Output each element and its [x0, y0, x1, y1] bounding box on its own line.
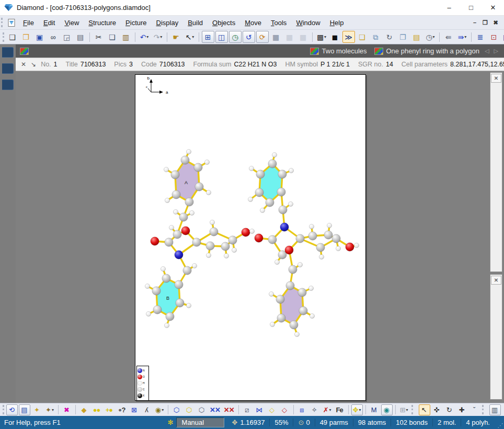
- more-tools-button[interactable]: ˇ: [502, 404, 504, 415]
- transfer-in-button[interactable]: ⇚: [442, 31, 455, 43]
- orientation-button[interactable]: ✧: [309, 404, 320, 415]
- structure-picture[interactable]: b a c: [135, 75, 365, 400]
- full-screen-button[interactable]: ◼: [329, 31, 341, 43]
- print-preview-button[interactable]: ◲: [61, 31, 73, 43]
- viewing-direction-button[interactable]: ✥▾: [351, 404, 363, 415]
- undo-pane-button[interactable]: ↺: [243, 31, 255, 43]
- save-document-button[interactable]: ▣: [33, 31, 46, 43]
- find-polygons-yellow-button[interactable]: ⬡: [184, 404, 195, 415]
- find-button[interactable]: ∞: [47, 31, 60, 43]
- connect-atoms-button[interactable]: ⊠: [129, 404, 140, 415]
- polyhedra-options-button[interactable]: ⬡: [196, 404, 208, 415]
- history-pane-button[interactable]: ◷: [229, 31, 242, 43]
- data-sheet-button[interactable]: ⊡: [488, 31, 500, 43]
- add-atom-button[interactable]: +●: [104, 404, 115, 415]
- mdi-minimize-button[interactable]: –: [469, 19, 480, 26]
- update-structure-button[interactable]: ⟲: [6, 404, 18, 415]
- copy-picture-button[interactable]: ⧉: [370, 31, 382, 43]
- sidebar-tab-more-pictures[interactable]: [2, 80, 14, 90]
- more-modes-button[interactable]: ˇ: [469, 404, 480, 415]
- menu-file[interactable]: File: [18, 17, 39, 28]
- print-button[interactable]: ▤: [74, 31, 87, 43]
- sidebar-tab-recent-pictures[interactable]: [2, 47, 14, 58]
- destroy-all-polyhedra-button[interactable]: ✕✕: [223, 404, 236, 415]
- refresh-view-button[interactable]: ⟳: [256, 31, 269, 43]
- sidebar-tab-navigation[interactable]: [2, 63, 14, 74]
- menu-view[interactable]: View: [60, 17, 84, 28]
- menu-display[interactable]: Display: [152, 17, 184, 28]
- insert-row-button[interactable]: ▦: [283, 31, 296, 43]
- pointer-mode-button[interactable]: ↖: [419, 404, 430, 415]
- element-legend[interactable]: NOHCX: [136, 366, 149, 401]
- menu-edit[interactable]: Edit: [39, 17, 60, 28]
- menu-help[interactable]: Help: [325, 17, 349, 28]
- copy-button[interactable]: ❏: [106, 31, 119, 43]
- destroy-all-button[interactable]: ✖: [61, 404, 73, 415]
- build-wizard-button[interactable]: ✦: [31, 404, 43, 415]
- select-pointer-button[interactable]: ↖▾: [184, 31, 196, 43]
- rotate-picture-button[interactable]: ↻: [383, 31, 396, 43]
- find-rings-red-button[interactable]: ◇: [279, 404, 291, 415]
- table-editor-button[interactable]: ▦: [270, 31, 282, 43]
- resize-grip[interactable]: ⋰: [497, 416, 504, 429]
- next-picture-button[interactable]: ≫: [342, 31, 355, 43]
- destroy-atoms-button[interactable]: ✗▾: [322, 404, 333, 415]
- grow-cluster-button[interactable]: ʎ: [141, 404, 153, 415]
- thumbnail-grid-button[interactable]: ▩▾: [315, 31, 328, 43]
- rotate-mode-button[interactable]: ↻: [444, 404, 455, 415]
- close-properties-icon[interactable]: ✕: [21, 61, 26, 68]
- mdi-restore-button[interactable]: ❐: [480, 19, 490, 26]
- new-picture-button[interactable]: ❏: [356, 31, 369, 43]
- complete-fragments-button[interactable]: ∘?: [116, 404, 128, 415]
- close-panel-button[interactable]: ✕: [491, 74, 501, 83]
- menu-window[interactable]: Window: [291, 17, 325, 28]
- navigation-pane-button[interactable]: ⊞: [202, 31, 214, 43]
- maximize-button[interactable]: □: [460, 0, 482, 15]
- menu-build[interactable]: Build: [183, 17, 208, 28]
- mode-selector[interactable]: Manual: [176, 417, 224, 427]
- menu-objects[interactable]: Objects: [208, 17, 240, 28]
- report-view-button[interactable]: ≣: [474, 31, 487, 43]
- close-panel-button[interactable]: ✕: [491, 276, 501, 285]
- picture-tab-two-molecules[interactable]: Two molecules: [310, 47, 367, 55]
- minimize-button[interactable]: –: [438, 0, 460, 15]
- create-bond-button[interactable]: ⧄: [242, 404, 253, 415]
- translate-mode-button[interactable]: ✚: [456, 404, 468, 415]
- toolbar-grip[interactable]: [3, 405, 4, 414]
- picture-nav-arrows[interactable]: ◁ ▷: [485, 48, 500, 54]
- delete-row-button[interactable]: ▦: [297, 31, 310, 43]
- menu-move[interactable]: Move: [240, 17, 266, 28]
- paste-button[interactable]: ▥: [120, 31, 132, 43]
- cut-button[interactable]: ✂: [93, 31, 105, 43]
- toolbar-grip[interactable]: [3, 32, 4, 42]
- edit-text-button[interactable]: ▤: [19, 404, 30, 415]
- build-options-button[interactable]: ✦▾: [44, 404, 55, 415]
- zoom-mode-button[interactable]: ✜: [431, 404, 443, 415]
- open-document-button[interactable]: ❒: [20, 31, 32, 43]
- menu-picture[interactable]: Picture: [121, 17, 151, 28]
- powder-pattern-button[interactable]: ▥: [489, 404, 501, 415]
- menu-tools[interactable]: Tools: [266, 17, 291, 28]
- new-document-button[interactable]: ❑: [6, 31, 19, 43]
- measure-button[interactable]: M: [369, 404, 380, 415]
- duplicate-picture-button[interactable]: ❐: [397, 31, 409, 43]
- toolbar-grip[interactable]: [1, 18, 6, 27]
- add-all-atoms-button[interactable]: ●●: [91, 404, 102, 415]
- picture-tab-one-phenyl[interactable]: One phenyl ring with a polygon: [374, 47, 480, 55]
- grid-overlay-button[interactable]: ⊞▾: [398, 404, 410, 415]
- find-rings-yellow-button[interactable]: ◇: [267, 404, 278, 415]
- close-button[interactable]: ✕: [482, 0, 504, 15]
- packing-range-button[interactable]: ◉▾: [154, 404, 165, 415]
- expand-properties-icon[interactable]: ↘: [31, 61, 36, 68]
- picture-history-button[interactable]: ◷▾: [424, 31, 437, 43]
- transfer-out-button[interactable]: ⇛▾: [456, 31, 468, 43]
- undo-button[interactable]: ↶▾: [138, 31, 151, 43]
- page-canvas[interactable]: b a c: [135, 74, 366, 401]
- redo-button[interactable]: ↷▾: [152, 31, 164, 43]
- picture-gallery-button[interactable]: ▤: [410, 31, 423, 43]
- add-element-atom-button[interactable]: Fe: [334, 404, 346, 415]
- table-view-button[interactable]: ▦▾: [501, 31, 504, 43]
- unit-cell-button[interactable]: ⧈: [296, 404, 308, 415]
- render-mode-button[interactable]: ◉: [381, 404, 393, 415]
- destroy-polyhedra-button[interactable]: ✕✕: [209, 404, 222, 415]
